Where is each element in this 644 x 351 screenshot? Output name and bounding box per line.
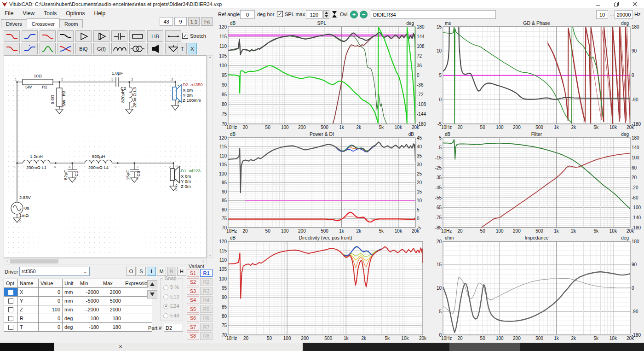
zoom-one-to-one-button[interactable]: 1:1 bbox=[188, 17, 200, 26]
table-cell[interactable]: X bbox=[18, 288, 39, 297]
hscroll-thumb[interactable] bbox=[10, 259, 58, 263]
table-cell[interactable]: mm bbox=[63, 288, 78, 297]
transformer-button[interactable] bbox=[129, 43, 145, 54]
stretch-option[interactable]: ✓ Stretch bbox=[182, 33, 206, 39]
shelf-down-button[interactable] bbox=[4, 43, 20, 54]
menu-tools[interactable]: Tools bbox=[39, 9, 61, 18]
table-cell[interactable]: Y bbox=[18, 297, 39, 305]
menu-options[interactable]: Options bbox=[61, 9, 89, 18]
gain-function-button[interactable]: G(f) bbox=[93, 43, 109, 54]
opt-checkbox[interactable] bbox=[8, 325, 13, 330]
taskbar-active-app[interactable] bbox=[449, 343, 520, 351]
variant-r5-button[interactable]: R5 bbox=[200, 305, 213, 313]
library-button[interactable]: LIB bbox=[147, 30, 163, 42]
variant-r8-button[interactable]: R8 bbox=[200, 332, 213, 340]
spl-max-spinner[interactable] bbox=[323, 10, 329, 19]
opt-checkbox[interactable] bbox=[8, 316, 13, 321]
table-cell[interactable]: -2000 bbox=[78, 288, 101, 297]
mode-button-h[interactable]: H bbox=[177, 267, 186, 276]
row-up-button[interactable] bbox=[147, 280, 157, 288]
snap-radio-E48[interactable] bbox=[163, 313, 168, 318]
scroll-left-icon[interactable]: ‹ bbox=[5, 259, 10, 264]
crossover-button[interactable] bbox=[58, 43, 74, 54]
table-cell[interactable]: -180 bbox=[78, 314, 101, 323]
table-cell[interactable]: Z bbox=[18, 305, 39, 314]
table-cell[interactable] bbox=[123, 305, 152, 314]
table-cell[interactable]: 100 bbox=[39, 305, 63, 314]
table-cell[interactable]: deg bbox=[63, 323, 78, 332]
table-cell[interactable]: 0 bbox=[39, 314, 63, 323]
gain-block-button[interactable] bbox=[93, 30, 109, 42]
table-cell[interactable]: 2000 bbox=[101, 305, 123, 314]
table-cell[interactable]: 2000 bbox=[101, 288, 123, 297]
variant-r3-button[interactable]: R3 bbox=[200, 287, 213, 295]
table-cell[interactable]: T bbox=[18, 323, 39, 332]
close-button[interactable] bbox=[626, 0, 644, 8]
variant-r7-button[interactable]: R7 bbox=[200, 323, 213, 331]
table-cell[interactable]: -180 bbox=[78, 323, 101, 332]
row-down-button[interactable] bbox=[147, 290, 157, 298]
driver-select[interactable]: rcf350 ⌄ bbox=[19, 267, 90, 276]
bandpass-button[interactable] bbox=[40, 43, 56, 54]
table-cell[interactable]: -5000 bbox=[78, 297, 101, 305]
variant-r4-button[interactable]: R4 bbox=[200, 296, 213, 304]
capacitor-button[interactable] bbox=[111, 30, 127, 42]
snap-radio-5[interactable] bbox=[163, 285, 168, 290]
schematic-vscrollbar[interactable]: ⌃ ⌄ bbox=[207, 55, 213, 258]
snap-radio-E12[interactable] bbox=[163, 294, 168, 299]
lowpass-filter-button[interactable] bbox=[4, 30, 20, 42]
text-tool-button[interactable]: T bbox=[178, 43, 187, 54]
resistor-button[interactable] bbox=[129, 30, 145, 42]
variant-r1-button[interactable]: R1 bbox=[200, 269, 213, 277]
table-cell[interactable]: mm bbox=[63, 305, 78, 314]
table-cell[interactable]: 180 bbox=[101, 314, 123, 323]
table-cell[interactable] bbox=[123, 314, 152, 323]
scroll-up-icon[interactable]: ⌃ bbox=[207, 56, 213, 61]
wire-button[interactable] bbox=[165, 30, 181, 42]
variant-r2-button[interactable]: R2 bbox=[200, 278, 213, 286]
table-cell[interactable]: mm bbox=[63, 297, 78, 305]
minimize-button[interactable] bbox=[589, 0, 607, 8]
inductor-button[interactable] bbox=[111, 43, 127, 54]
table-cell[interactable]: 0 bbox=[39, 323, 63, 332]
mode-button-r[interactable]: R bbox=[167, 267, 176, 276]
variant-s8-button[interactable]: S8 bbox=[187, 332, 199, 340]
shelf-filter-button[interactable] bbox=[58, 30, 74, 42]
opt-checkbox[interactable] bbox=[8, 307, 13, 312]
variant-r6-button[interactable]: R6 bbox=[200, 314, 213, 322]
variant-s1-button[interactable]: S1 bbox=[187, 269, 199, 277]
table-cell[interactable]: 0 bbox=[39, 297, 63, 305]
menu-view[interactable]: View bbox=[18, 9, 39, 18]
table-cell[interactable]: -2000 bbox=[78, 305, 101, 314]
table-cell[interactable]: 5000 bbox=[101, 297, 123, 305]
tab-room[interactable]: Room bbox=[59, 19, 83, 28]
table-cell[interactable]: deg bbox=[63, 314, 78, 323]
variant-s7-button[interactable]: S7 bbox=[187, 323, 199, 331]
background-window-close-icon[interactable]: ✕ bbox=[119, 344, 122, 349]
opt-checkbox[interactable] bbox=[8, 298, 13, 304]
project-name-input[interactable] bbox=[371, 10, 496, 19]
delete-tool-button[interactable]: X bbox=[188, 43, 197, 54]
opt-checkbox[interactable] bbox=[8, 290, 13, 295]
taskbar-segment[interactable] bbox=[0, 343, 54, 351]
schematic-canvas[interactable]: 10Ω5WR25.6ΩR35W155330001.8µFC2820µH280mΩ… bbox=[4, 55, 207, 258]
zoom-fit-button[interactable]: Fit bbox=[201, 17, 213, 26]
overlay-remove-button[interactable]: − bbox=[360, 11, 368, 18]
stretch-checkbox[interactable]: ✓ bbox=[182, 33, 188, 39]
variant-s3-button[interactable]: S3 bbox=[187, 287, 199, 295]
highpass-filter-button[interactable] bbox=[22, 30, 38, 42]
snap-radio-E24[interactable] bbox=[163, 304, 168, 309]
ref-angle-input[interactable] bbox=[240, 10, 255, 19]
speaker-button[interactable] bbox=[147, 43, 163, 54]
restore-button[interactable] bbox=[607, 0, 626, 8]
tab-drivers[interactable]: Drivers bbox=[1, 19, 27, 28]
overlay-add-button[interactable]: + bbox=[350, 11, 358, 18]
menu-help[interactable]: Help bbox=[90, 9, 110, 18]
freq-max-input[interactable] bbox=[615, 10, 633, 19]
background-window-strip[interactable]: ✕ bbox=[54, 343, 303, 351]
mode-button-m[interactable]: M bbox=[157, 267, 166, 276]
shelf-up-button[interactable] bbox=[22, 43, 38, 54]
autoscale-icon[interactable] bbox=[331, 11, 338, 19]
lowpass2-filter-button[interactable] bbox=[40, 30, 56, 42]
menu-file[interactable]: File bbox=[0, 9, 18, 18]
